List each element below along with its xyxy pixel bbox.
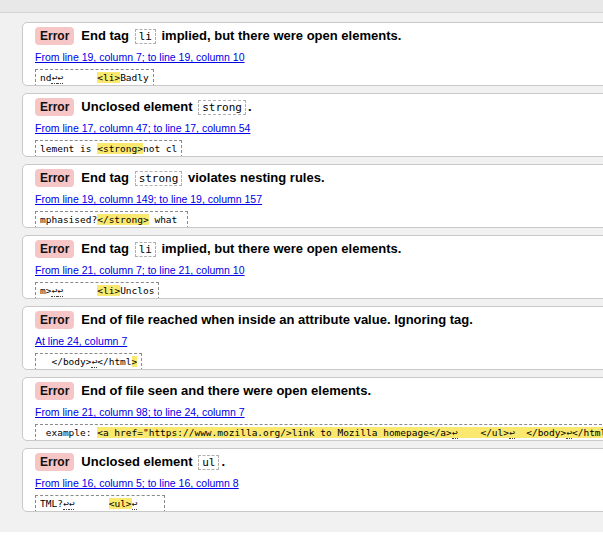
error-extract: m>↩↩ <li>Unclos bbox=[35, 282, 601, 299]
error-list: 1. ErrorEnd tag li implied, but there we… bbox=[22, 22, 603, 512]
error-location-link[interactable]: From line 17, column 47; to line 17, col… bbox=[35, 122, 250, 134]
error-message: ErrorUnclosed element ul. bbox=[35, 453, 601, 471]
error-extract-code: mphasised?</strong> what bbox=[35, 211, 188, 228]
inline-code-token: strong bbox=[198, 100, 246, 115]
error-extract: lement is <strong>not cl bbox=[35, 140, 601, 157]
inline-code-token: ul bbox=[198, 455, 219, 470]
error-location-link[interactable]: At line 24, column 7 bbox=[35, 335, 127, 347]
error-message: ErrorEnd tag li implied, but there were … bbox=[35, 240, 601, 258]
error-extract-code: </body>↩</html> bbox=[35, 353, 142, 370]
error-item: 3. ErrorEnd tag strong violates nesting … bbox=[22, 164, 603, 228]
inline-code-token: li bbox=[135, 29, 156, 44]
error-location: From line 19, column 149; to line 19, co… bbox=[35, 193, 601, 206]
error-item: 1. ErrorEnd tag li implied, but there we… bbox=[22, 22, 603, 86]
error-location-link[interactable]: From line 19, column 149; to line 19, co… bbox=[35, 193, 262, 205]
error-extract-code: example: <a href="https://www.mozilla.or… bbox=[35, 424, 603, 441]
line-break-glyph: ↩ bbox=[452, 427, 458, 439]
line-break-glyph: ↩ bbox=[91, 356, 97, 368]
error-badge: Error bbox=[35, 453, 74, 471]
error-location: From line 17, column 47; to line 17, col… bbox=[35, 122, 601, 135]
error-location: From line 16, column 5; to line 16, colu… bbox=[35, 477, 601, 490]
line-break-glyph: ↩ bbox=[57, 285, 63, 297]
error-extract-code: nd↩↩ <li>Badly bbox=[35, 69, 154, 86]
error-location: At line 24, column 7 bbox=[35, 335, 601, 348]
inline-code-token: li bbox=[135, 242, 156, 257]
highlighted-code: <li> bbox=[97, 285, 120, 296]
highlighted-code: </strong> bbox=[97, 214, 148, 225]
error-item: 4. ErrorEnd tag li implied, but there we… bbox=[22, 235, 603, 299]
error-location: From line 21, column 7; to line 21, colu… bbox=[35, 264, 601, 277]
error-badge: Error bbox=[35, 27, 74, 45]
highlighted-code: > bbox=[132, 356, 138, 367]
line-break-glyph: ↩ bbox=[69, 498, 75, 510]
error-message-text: End tag strong violates nesting rules. bbox=[81, 170, 324, 185]
line-break-glyph: ↩ bbox=[132, 498, 138, 510]
error-location-link[interactable]: From line 16, column 5; to line 16, colu… bbox=[35, 477, 239, 489]
error-extract: </body>↩</html> bbox=[35, 353, 601, 370]
error-location-link[interactable]: From line 19, column 7; to line 19, colu… bbox=[35, 51, 245, 63]
error-badge: Error bbox=[35, 311, 74, 329]
error-badge: Error bbox=[35, 169, 74, 187]
error-message-text: End tag li implied, but there were open … bbox=[81, 28, 401, 43]
error-item: 2. ErrorUnclosed element strong. From li… bbox=[22, 93, 603, 157]
validator-results: 1. ErrorEnd tag li implied, but there we… bbox=[0, 13, 603, 532]
error-message-text: End of file seen and there were open ele… bbox=[81, 383, 371, 398]
highlighted-code: <a href="https://www.mozilla.org/>link t… bbox=[97, 427, 603, 438]
error-location-link[interactable]: From line 21, column 98; to line 24, col… bbox=[35, 406, 245, 418]
error-message: ErrorEnd tag strong violates nesting rul… bbox=[35, 169, 601, 187]
error-message: ErrorEnd tag li implied, but there were … bbox=[35, 27, 601, 45]
error-extract: nd↩↩ <li>Badly bbox=[35, 69, 601, 86]
error-extract: mphasised?</strong> what bbox=[35, 211, 601, 228]
error-location-link[interactable]: From line 21, column 7; to line 21, colu… bbox=[35, 264, 245, 276]
error-item: 6. ErrorEnd of file seen and there were … bbox=[22, 377, 603, 441]
top-strip bbox=[0, 0, 603, 13]
error-extract-code: TML?↩↩ <ul>↩ bbox=[35, 495, 165, 512]
error-message-text: End of file reached when inside an attri… bbox=[81, 312, 473, 327]
error-message-text: End tag li implied, but there were open … bbox=[81, 241, 401, 256]
line-break-glyph: ↩ bbox=[509, 427, 515, 439]
error-extract: example: <a href="https://www.mozilla.or… bbox=[35, 424, 601, 441]
error-extract-code: m>↩↩ <li>Unclos bbox=[35, 282, 159, 299]
error-item: 5. ErrorEnd of file reached when inside … bbox=[22, 306, 603, 370]
error-badge: Error bbox=[35, 240, 74, 258]
highlighted-code: <li> bbox=[97, 72, 120, 83]
highlighted-code: <ul> bbox=[109, 498, 132, 509]
error-extract-code: lement is <strong>not cl bbox=[35, 140, 182, 157]
error-location: From line 19, column 7; to line 19, colu… bbox=[35, 51, 601, 64]
inline-code-token: strong bbox=[135, 171, 183, 186]
line-break-glyph: ↩ bbox=[57, 72, 63, 84]
error-badge: Error bbox=[35, 382, 74, 400]
highlighted-code: <strong> bbox=[97, 143, 143, 154]
line-break-glyph: ↩ bbox=[566, 427, 572, 439]
error-extract: TML?↩↩ <ul>↩ bbox=[35, 495, 601, 512]
error-item: 7. ErrorUnclosed element ul. From line 1… bbox=[22, 448, 603, 512]
error-location: From line 21, column 98; to line 24, col… bbox=[35, 406, 601, 419]
error-message-text: Unclosed element strong. bbox=[81, 99, 251, 114]
line-break-glyph: ↩ bbox=[63, 498, 69, 510]
error-message: ErrorEnd of file reached when inside an … bbox=[35, 311, 601, 329]
error-message-text: Unclosed element ul. bbox=[81, 454, 225, 469]
error-badge: Error bbox=[35, 98, 74, 116]
error-message: ErrorUnclosed element strong. bbox=[35, 98, 601, 116]
error-message: ErrorEnd of file seen and there were ope… bbox=[35, 382, 601, 400]
